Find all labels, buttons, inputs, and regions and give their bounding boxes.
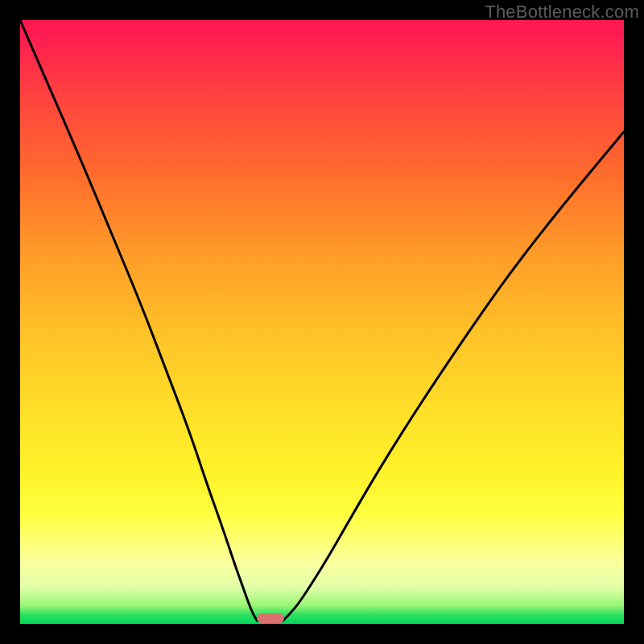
curve-left-branch: [20, 20, 258, 621]
chart-frame: [20, 20, 624, 624]
watermark-text: TheBottleneck.com: [485, 2, 639, 23]
curve-right-branch: [283, 132, 624, 621]
bottleneck-curve: [20, 20, 624, 624]
bottleneck-marker: [257, 613, 284, 623]
